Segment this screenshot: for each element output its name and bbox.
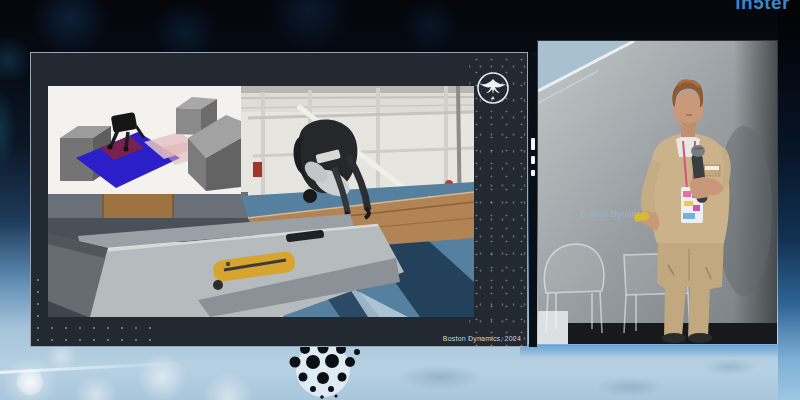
- presenter-camera: Boston Dynamics: [537, 40, 778, 345]
- stage-light-glow: [0, 70, 32, 210]
- swallow-emblem-icon: [475, 70, 511, 106]
- right-edge-gradient: [778, 0, 800, 400]
- stream-frame: in5ter: [0, 0, 800, 400]
- separator-dash: [531, 156, 535, 164]
- panel-gap: [529, 52, 537, 347]
- stage-floor: [538, 323, 777, 344]
- brand-logo: in5ter: [735, 0, 790, 14]
- slide-panel: Boston Dynamics, 2024: [30, 52, 528, 347]
- separator-dash: [531, 170, 535, 176]
- dot-sphere-graphic: [283, 346, 369, 400]
- screen-floor-glow: [520, 344, 782, 358]
- slide-caption: Boston Dynamics, 2024: [443, 335, 521, 342]
- separator-dash: [531, 138, 535, 150]
- simulation-inset: [48, 86, 241, 194]
